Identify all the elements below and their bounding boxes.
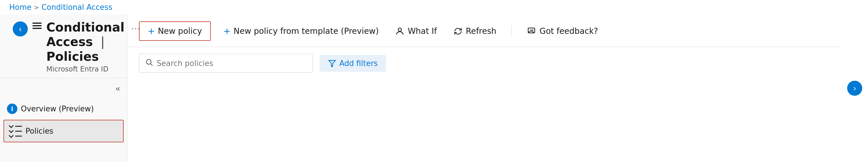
feedback-icon [527, 26, 537, 36]
toolbar-separator [512, 26, 512, 37]
refresh-button[interactable]: Refresh [450, 24, 500, 38]
sidebar-collapse-button[interactable]: « [113, 82, 122, 95]
page-title-area: Conditional Access | Policies Microsoft … [46, 20, 124, 73]
nav-right-button[interactable]: › [847, 81, 862, 96]
svg-point-0 [398, 28, 402, 31]
info-icon: i [7, 103, 18, 114]
svg-line-3 [151, 64, 152, 65]
svg-point-2 [147, 60, 151, 64]
search-box-container [139, 54, 313, 73]
content-area: + New policy + New policy from template … [127, 14, 841, 162]
new-policy-button[interactable]: + New policy [139, 22, 211, 41]
breadcrumb-home[interactable]: Home [9, 3, 32, 11]
got-feedback-button[interactable]: Got feedback? [524, 24, 601, 38]
sidebar-item-overview-label: Overview (Preview) [21, 104, 94, 113]
new-from-template-button[interactable]: + New policy from template (Preview) [220, 24, 382, 38]
page-main-title: Conditional Access | Policies [46, 20, 124, 64]
page-header: ‹ Conditional Access | Policies Microsof… [0, 14, 127, 78]
sidebar-nav: i Overview (Preview) [0, 95, 127, 147]
plus-icon-template: + [223, 26, 231, 36]
svg-marker-4 [329, 61, 336, 66]
what-if-label: What If [408, 26, 437, 36]
breadcrumb-conditional-access[interactable]: Conditional Access [41, 3, 112, 11]
right-arrow-icon: › [853, 84, 856, 93]
what-if-button[interactable]: What If [392, 24, 440, 38]
sidebar-item-policies[interactable]: Policies [3, 120, 124, 142]
right-nav-area: › [841, 14, 868, 162]
new-from-template-label: New policy from template (Preview) [234, 26, 379, 36]
add-filters-label: Add filters [339, 59, 378, 68]
refresh-label: Refresh [466, 26, 497, 36]
plus-icon-new-policy: + [148, 26, 155, 36]
list-lines-icon [10, 124, 22, 138]
search-icon [145, 58, 153, 68]
filter-icon [328, 59, 336, 68]
breadcrumb: Home > Conditional Access [0, 0, 868, 14]
toolbar: + New policy + New policy from template … [127, 14, 841, 47]
breadcrumb-separator-1: > [34, 4, 39, 11]
person-icon [395, 26, 405, 36]
sidebar-item-policies-label: Policies [26, 127, 53, 135]
left-arrow-icon: ‹ [19, 24, 22, 34]
sidebar: ‹ Conditional Access | Policies Microsof… [0, 14, 127, 162]
sidebar-item-overview[interactable]: i Overview (Preview) [0, 99, 127, 119]
filter-row: Add filters [127, 47, 841, 79]
add-filters-button[interactable]: Add filters [320, 55, 386, 72]
got-feedback-label: Got feedback? [540, 26, 598, 36]
new-policy-label: New policy [158, 26, 202, 36]
search-input[interactable] [157, 59, 307, 68]
hamburger-icon [32, 20, 42, 29]
nav-left-button[interactable]: ‹ [13, 22, 28, 36]
refresh-icon [453, 26, 463, 36]
page-subtitle: Microsoft Entra ID [46, 65, 124, 73]
title-separator: | [100, 35, 104, 49]
